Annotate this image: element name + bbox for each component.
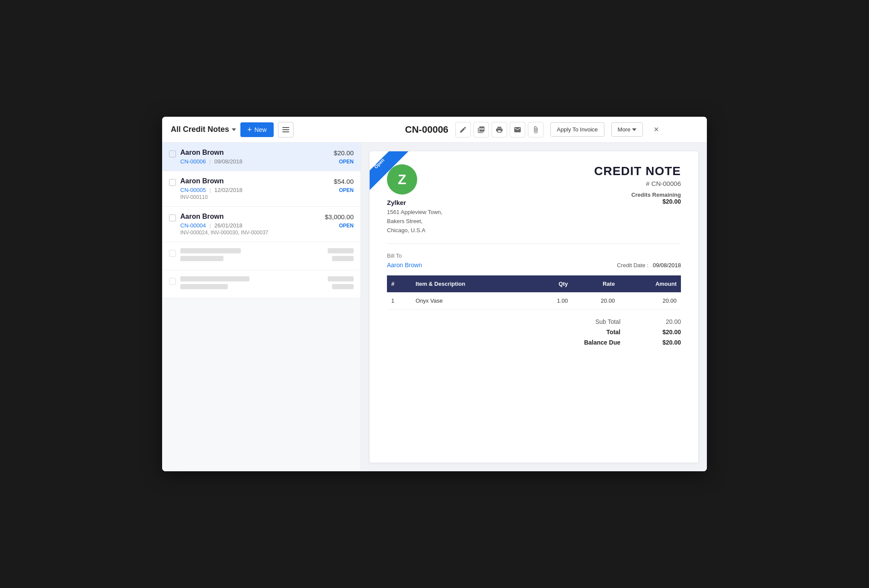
skeleton-checkbox [169,278,176,285]
credit-note-number: CN-00006 [405,124,448,135]
company-name: Zylker [387,199,442,206]
doc-number: # CN-00006 [594,180,681,187]
balance-due-value: $20.00 [646,339,681,346]
skeleton-item [162,242,361,270]
apply-invoice-button[interactable]: Apply To Invoice [550,122,604,137]
item-amount: $20.00 [334,149,354,157]
item-body: Aaron Brown $3,000.00 CN-00004 | 26/01/2… [180,213,354,236]
main-content: Aaron Brown $20.00 CN-00006 | 09/08/2018… [162,143,707,471]
address-line1: 1561 Appleview Town, [387,208,442,217]
item-cn: CN-00006 [180,158,206,165]
item-status: OPEN [339,187,354,193]
item-cn: CN-00005 [180,187,206,193]
email-button[interactable] [510,122,525,137]
new-button-label: New [255,126,267,133]
total-row: Total $20.00 [551,329,681,336]
apply-invoice-label: Apply To Invoice [557,126,597,133]
open-badge-text: Open [373,157,385,169]
all-credit-notes-label: All Credit Notes [171,125,229,134]
doc-header: Z Zylker 1561 Appleview Town, Bakers Str… [387,164,681,235]
skeleton-bar [180,284,228,289]
company-section: Z Zylker 1561 Appleview Town, Bakers Str… [387,164,442,235]
skeleton-bar [328,276,354,281]
skeleton-bar [328,248,354,253]
more-label: More [618,126,631,133]
row-num: 1 [387,292,411,310]
attachment-button[interactable] [528,122,543,137]
table-header-row: # Item & Description Qty Rate Amount [387,275,681,292]
print-button[interactable] [492,122,507,137]
skeleton-bar [180,248,241,253]
all-credit-notes-dropdown[interactable]: All Credit Notes [171,125,236,134]
credit-date-row: Credit Date : 09/08/2018 [617,262,681,268]
close-icon: × [654,125,659,134]
skeleton-bar [180,256,224,261]
col-item: Item & Description [411,275,532,292]
skeleton-body [180,248,354,264]
item-name: Aaron Brown [180,177,224,185]
hamburger-icon [282,127,289,132]
totals-section: Sub Total 20.00 Total $20.00 Balance Due… [387,318,681,346]
new-button[interactable]: + New [240,122,274,137]
plus-icon: + [247,126,252,134]
row-item: Onyx Vase [411,292,532,310]
center-section: CN-00006 [370,122,698,137]
item-row2: CN-00006 | 09/08/2018 OPEN [180,158,354,165]
item-row1: Aaron Brown $54.00 [180,177,354,185]
credits-remaining: Credits Remaining $20.00 [594,192,681,205]
bill-section: Bill To Aaron Brown Credit Date : 09/08/… [387,252,681,268]
doc-title-area: CREDIT NOTE # CN-00006 Credits Remaining… [594,164,681,205]
edit-button[interactable] [455,122,471,137]
item-row1: Aaron Brown $3,000.00 [180,213,354,220]
chevron-down-icon [232,128,236,131]
total-value: $20.00 [646,329,681,336]
item-sep: | [209,158,211,165]
email-icon [514,126,521,134]
item-row2: CN-00004 | 26/01/2018 OPEN [180,222,354,229]
total-label: Total [551,329,620,336]
subtotal-label: Sub Total [551,318,620,325]
item-date: 12/02/2018 [214,187,243,193]
pencil-icon [459,126,467,134]
skeleton-row [180,284,354,289]
list-item[interactable]: Aaron Brown $54.00 CN-00005 | 12/02/2018… [162,171,361,207]
item-row2: CN-00005 | 12/02/2018 OPEN [180,187,354,193]
table-body: 1 Onyx Vase 1.00 20.00 20.00 [387,292,681,310]
item-amount: $3,000.00 [325,213,354,220]
skeleton-checkbox [169,250,176,257]
credits-remaining-label: Credits Remaining [594,192,681,198]
item-checkbox[interactable] [169,179,176,186]
skeleton-bar [180,276,249,281]
item-name: Aaron Brown [180,149,224,157]
item-date: 26/01/2018 [214,222,243,229]
close-button[interactable]: × [650,123,663,136]
address-line2: Bakers Street, [387,217,442,226]
item-amount: $54.00 [334,178,354,185]
skeleton-row [180,256,354,261]
pdf-icon [477,126,485,134]
list-item[interactable]: Aaron Brown $3,000.00 CN-00004 | 26/01/2… [162,207,361,242]
item-body: Aaron Brown $54.00 CN-00005 | 12/02/2018… [180,177,354,200]
credit-date-value: 09/08/2018 [653,262,681,268]
skeleton-bar [332,284,354,289]
item-checkbox[interactable] [169,150,176,157]
skeleton-row [180,276,354,281]
bill-to-name[interactable]: Aaron Brown [387,262,422,268]
balance-due-row: Balance Due $20.00 [551,339,681,346]
menu-button[interactable] [278,122,294,137]
subtotal-row: Sub Total 20.00 [551,318,681,325]
more-button[interactable]: More [611,122,643,137]
action-icons [455,122,543,137]
col-amount: Amount [619,275,681,292]
right-panel: Open Z Zylker 1561 Appleview Town, Baker… [361,143,707,471]
row-amount: 20.00 [619,292,681,310]
col-rate: Rate [572,275,620,292]
item-date: 09/08/2018 [214,158,243,165]
list-item[interactable]: Aaron Brown $20.00 CN-00006 | 09/08/2018… [162,143,361,171]
pdf-button[interactable] [473,122,489,137]
item-checkbox[interactable] [169,214,176,221]
credit-date-label: Credit Date : [617,262,649,268]
item-body: Aaron Brown $20.00 CN-00006 | 09/08/2018… [180,149,354,165]
item-row3: INV-000110 [180,194,354,200]
table-row: 1 Onyx Vase 1.00 20.00 20.00 [387,292,681,310]
